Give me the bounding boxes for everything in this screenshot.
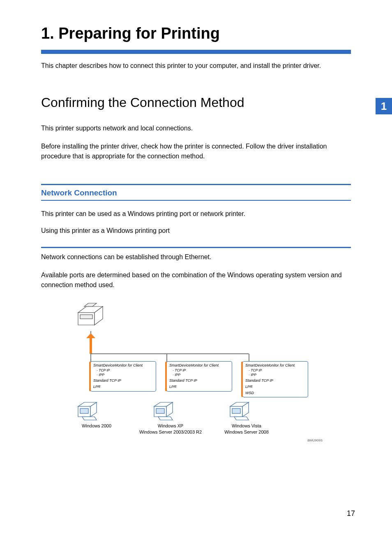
chapter-side-tab: 1 bbox=[376, 98, 392, 114]
diagram-connector bbox=[166, 354, 167, 362]
diagram-connector bbox=[249, 354, 249, 362]
arrow-up-icon bbox=[86, 333, 95, 354]
client-label-3: Windows Vista Windows Server 2008 bbox=[214, 423, 279, 435]
os-label: Windows 2000 bbox=[82, 423, 111, 428]
subsection-rule-top bbox=[41, 184, 351, 185]
port-label: Standard TCP IP bbox=[93, 378, 153, 383]
os-label: Windows XP bbox=[158, 423, 183, 428]
svg-rect-13 bbox=[156, 408, 164, 413]
section-p2: Before installing the printer driver, ch… bbox=[41, 142, 351, 161]
port-label: LPR bbox=[169, 385, 229, 390]
network-diagram: SmartDeviceMonitor for Client - TCP IP -… bbox=[74, 302, 321, 442]
subsub-rule bbox=[41, 247, 351, 248]
client-label-1: Windows 2000 bbox=[72, 423, 121, 429]
computer-icon bbox=[228, 400, 253, 422]
port-label: WSD bbox=[245, 391, 305, 396]
svg-marker-9 bbox=[82, 417, 97, 420]
port-sub: - IPP bbox=[169, 373, 229, 377]
subsection-p1: This printer can be used as a Windows pr… bbox=[41, 209, 351, 219]
port-label: LPR bbox=[245, 385, 305, 390]
svg-rect-3 bbox=[80, 315, 92, 319]
computer-icon bbox=[76, 400, 101, 422]
svg-marker-19 bbox=[234, 417, 249, 420]
port-label: SmartDeviceMonitor for Client bbox=[93, 363, 153, 368]
ports-box-windows-xp: SmartDeviceMonitor for Client - TCP IP -… bbox=[166, 361, 232, 391]
os-label: Windows Server 2003/2003 R2 bbox=[139, 429, 202, 434]
os-label: Windows Vista bbox=[232, 423, 261, 428]
port-label: SmartDeviceMonitor for Client bbox=[169, 363, 229, 368]
subsection-rule-bottom bbox=[41, 200, 351, 201]
chapter-intro: This chapter describes how to connect th… bbox=[41, 61, 351, 70]
svg-rect-18 bbox=[232, 408, 240, 413]
port-sub: - IPP bbox=[245, 373, 305, 377]
chapter-title: 1. Preparing for Printing bbox=[41, 25, 351, 42]
page-number: 17 bbox=[347, 509, 355, 518]
svg-marker-14 bbox=[158, 417, 173, 420]
os-label: Windows Server 2008 bbox=[224, 429, 269, 434]
port-sub: - TCP IP bbox=[93, 368, 153, 373]
ports-box-windows-vista: SmartDeviceMonitor for Client - TCP IP -… bbox=[242, 361, 308, 397]
subsection-title: Network Connection bbox=[41, 188, 351, 197]
page-content: 1. Preparing for Printing This chapter d… bbox=[0, 0, 392, 463]
svg-marker-4 bbox=[84, 303, 97, 306]
port-sub: - TCP IP bbox=[245, 368, 305, 373]
client-label-2: Windows XP Windows Server 2003/2003 R2 bbox=[136, 423, 205, 435]
svg-rect-8 bbox=[80, 408, 88, 413]
diagram-horizontal-line bbox=[90, 353, 249, 354]
diagram-connector bbox=[90, 354, 91, 362]
port-label: Standard TCP IP bbox=[245, 378, 305, 383]
printer-icon bbox=[74, 302, 107, 331]
port-label: Standard TCP IP bbox=[169, 378, 229, 383]
subsection-p2: Network connections can be established t… bbox=[41, 252, 351, 262]
section-title: Confirming the Connection Method bbox=[41, 95, 351, 110]
port-sub: - IPP bbox=[93, 373, 153, 377]
subsub-title: Using this printer as a Windows printing… bbox=[41, 227, 351, 234]
ports-box-windows-2000: SmartDeviceMonitor for Client - TCP IP -… bbox=[90, 361, 156, 391]
subsection: Network Connection This printer can be u… bbox=[41, 184, 351, 442]
port-sub: - TCP IP bbox=[169, 368, 229, 373]
port-label: SmartDeviceMonitor for Client bbox=[245, 363, 305, 368]
computer-icon bbox=[152, 400, 177, 422]
diagram-code: BMU909S bbox=[308, 439, 323, 442]
subsection-p3: Available ports are determined based on … bbox=[41, 270, 351, 290]
section-p1: This printer supports network and local … bbox=[41, 123, 351, 133]
chapter-rule bbox=[41, 50, 351, 54]
port-label: LPR bbox=[93, 385, 153, 390]
